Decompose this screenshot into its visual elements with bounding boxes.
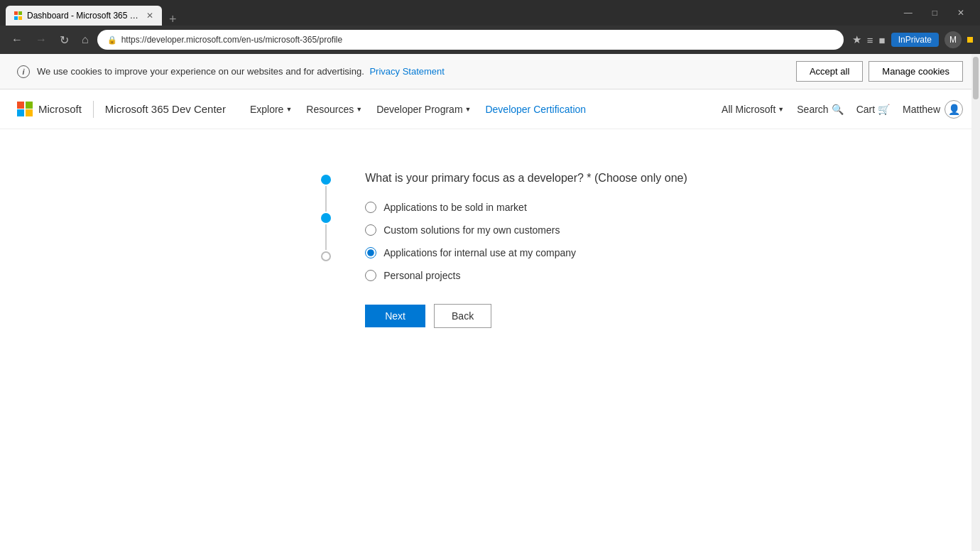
cookie-message: We use cookies to improve your experienc…	[37, 66, 364, 77]
header-divider	[93, 101, 94, 118]
dev-program-chevron-icon: ▼	[465, 106, 472, 113]
nav-developer-program-label: Developer Program	[376, 104, 462, 115]
cookie-message-area: i We use cookies to improve your experie…	[17, 65, 445, 78]
search-icon: 🔍	[832, 104, 844, 115]
nav-developer-certification[interactable]: Developer Certification	[478, 98, 593, 121]
resources-chevron-icon: ▼	[356, 106, 362, 113]
profile-avatar[interactable]: M	[944, 31, 962, 48]
form-content: What is your primary focus as a develope…	[365, 172, 687, 328]
lock-icon: 🔒	[107, 36, 117, 45]
all-ms-label: All Microsoft	[722, 104, 775, 115]
scrollbar-thumb[interactable]	[973, 57, 979, 99]
nav-explore[interactable]: Explore ▼	[243, 98, 299, 121]
cookie-banner: i We use cookies to improve your experie…	[0, 54, 980, 89]
ms-logo-link[interactable]: Microsoft	[17, 102, 82, 117]
option-2[interactable]: Custom solutions for my own customers	[365, 224, 687, 236]
inprivate-button[interactable]: InPrivate	[891, 33, 939, 47]
radio-option-1[interactable]	[365, 202, 376, 213]
header-right-actions: All Microsoft ▼ Search 🔍 Cart 🛒 Matthew …	[722, 100, 963, 119]
cart-button[interactable]: Cart 🛒	[856, 104, 890, 115]
window-controls: — □ ✕	[894, 5, 974, 21]
option-4[interactable]: Personal projects	[365, 270, 687, 281]
info-icon: i	[17, 65, 30, 78]
scrollbar[interactable]	[971, 54, 980, 551]
option-1[interactable]: Applications to be sold in market	[365, 202, 687, 213]
cookie-action-buttons: Accept all Manage cookies	[796, 61, 963, 82]
radio-option-2[interactable]	[365, 224, 376, 236]
tab-favicon	[14, 11, 23, 20]
nav-explore-label: Explore	[250, 104, 283, 115]
refresh-button[interactable]: ↻	[55, 31, 73, 50]
restore-button[interactable]: □	[922, 5, 947, 21]
nav-developer-certification-label: Developer Certification	[485, 104, 586, 115]
user-name: Matthew	[903, 104, 940, 115]
manage-cookies-button[interactable]: Manage cookies	[869, 61, 963, 82]
user-avatar-icon: 👤	[944, 100, 963, 119]
collections-button[interactable]: ≡	[867, 34, 873, 46]
cart-icon: 🛒	[878, 104, 890, 115]
extensions-button[interactable]: ■	[879, 34, 886, 46]
cookie-text: We use cookies to improve your experienc…	[37, 66, 445, 77]
back-button[interactable]: Back	[434, 304, 491, 328]
address-bar: ← → ↻ ⌂ 🔒 https://developer.microsoft.co…	[0, 26, 980, 54]
option-3-label: Applications for internal use at my comp…	[383, 247, 576, 258]
header-nav: Explore ▼ Resources ▼ Developer Program …	[243, 98, 593, 121]
user-profile-button[interactable]: Matthew 👤	[903, 100, 963, 119]
url-display: https://developer.microsoft.com/en-us/mi…	[121, 35, 342, 45]
step-2-dot	[321, 213, 331, 223]
page-content: i We use cookies to improve your experie…	[0, 54, 980, 551]
tab-close-icon[interactable]: ✕	[146, 11, 153, 21]
browser-actions: ★ ≡ ■ InPrivate M	[852, 31, 973, 48]
title-bar: Dashboard - Microsoft 365 Dev... ✕ + — □…	[0, 0, 980, 26]
step-line-2	[325, 224, 327, 250]
notification-dot	[967, 37, 973, 43]
all-microsoft-button[interactable]: All Microsoft ▼	[722, 104, 784, 115]
minimize-button[interactable]: —	[894, 5, 922, 21]
nav-resources[interactable]: Resources ▼	[299, 98, 369, 121]
ms-logo-icon	[17, 102, 33, 117]
radio-option-4[interactable]	[365, 270, 376, 281]
form-wrapper: What is your primary focus as a develope…	[293, 172, 687, 328]
nav-resources-label: Resources	[306, 104, 354, 115]
form-question: What is your primary focus as a develope…	[365, 172, 687, 185]
tab-title: Dashboard - Microsoft 365 Dev...	[27, 11, 142, 21]
favorites-button[interactable]: ★	[852, 33, 861, 46]
radio-option-3[interactable]	[365, 247, 376, 258]
step-3-dot	[321, 251, 331, 261]
search-button[interactable]: Search 🔍	[797, 104, 843, 115]
avatar-initial: M	[949, 35, 957, 45]
option-2-label: Custom solutions for my own customers	[383, 224, 560, 236]
all-ms-chevron-icon: ▼	[778, 106, 784, 113]
close-button[interactable]: ✕	[947, 5, 974, 21]
site-title: Microsoft 365 Dev Center	[105, 103, 226, 115]
back-nav-button[interactable]: ←	[7, 31, 27, 49]
browser-window: Dashboard - Microsoft 365 Dev... ✕ + — □…	[0, 0, 980, 551]
option-1-label: Applications to be sold in market	[383, 202, 527, 213]
url-bar[interactable]: 🔒 https://developer.microsoft.com/en-us/…	[97, 30, 844, 50]
main-area: What is your primary focus as a develope…	[0, 129, 980, 328]
option-4-label: Personal projects	[383, 270, 460, 281]
ms-logo-text: Microsoft	[38, 103, 82, 115]
site-header: Microsoft Microsoft 365 Dev Center Explo…	[0, 89, 980, 129]
home-button[interactable]: ⌂	[77, 31, 93, 49]
tab-active[interactable]: Dashboard - Microsoft 365 Dev... ✕	[6, 6, 162, 26]
stepper	[321, 172, 331, 261]
explore-chevron-icon: ▼	[285, 106, 292, 113]
step-1-dot	[321, 175, 331, 185]
step-line-1	[325, 186, 327, 212]
forward-nav-button[interactable]: →	[31, 31, 51, 49]
option-3[interactable]: Applications for internal use at my comp…	[365, 247, 687, 258]
search-label: Search	[797, 104, 828, 115]
privacy-link[interactable]: Privacy Statement	[369, 66, 445, 77]
next-button[interactable]: Next	[365, 305, 425, 327]
nav-developer-program[interactable]: Developer Program ▼	[369, 98, 478, 121]
radio-group: Applications to be sold in market Custom…	[365, 202, 687, 281]
form-buttons: Next Back	[365, 304, 687, 328]
accept-all-button[interactable]: Accept all	[796, 61, 863, 82]
cart-label: Cart	[856, 104, 875, 115]
new-tab-button[interactable]: +	[165, 13, 181, 26]
